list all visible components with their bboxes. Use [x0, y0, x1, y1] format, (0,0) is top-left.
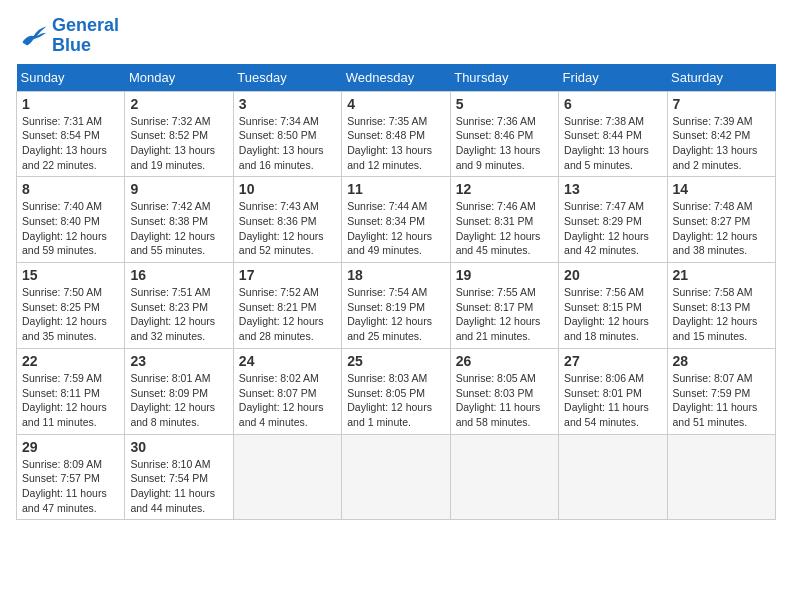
col-header-thursday: Thursday [450, 64, 558, 92]
logo-text: GeneralBlue [52, 16, 119, 56]
day-number: 12 [456, 181, 553, 197]
col-header-friday: Friday [559, 64, 667, 92]
cell-content: Sunrise: 7:52 AMSunset: 8:21 PMDaylight:… [239, 286, 324, 342]
cell-content: Sunrise: 7:54 AMSunset: 8:19 PMDaylight:… [347, 286, 432, 342]
calendar-week-row: 8Sunrise: 7:40 AMSunset: 8:40 PMDaylight… [17, 177, 776, 263]
cell-content: Sunrise: 7:36 AMSunset: 8:46 PMDaylight:… [456, 115, 541, 171]
calendar-cell: 18Sunrise: 7:54 AMSunset: 8:19 PMDayligh… [342, 263, 450, 349]
cell-content: Sunrise: 8:05 AMSunset: 8:03 PMDaylight:… [456, 372, 541, 428]
calendar-cell: 10Sunrise: 7:43 AMSunset: 8:36 PMDayligh… [233, 177, 341, 263]
day-number: 22 [22, 353, 119, 369]
cell-content: Sunrise: 7:50 AMSunset: 8:25 PMDaylight:… [22, 286, 107, 342]
col-header-sunday: Sunday [17, 64, 125, 92]
calendar-cell [450, 434, 558, 520]
calendar-cell: 4Sunrise: 7:35 AMSunset: 8:48 PMDaylight… [342, 91, 450, 177]
calendar-cell: 1Sunrise: 7:31 AMSunset: 8:54 PMDaylight… [17, 91, 125, 177]
cell-content: Sunrise: 7:43 AMSunset: 8:36 PMDaylight:… [239, 200, 324, 256]
day-number: 9 [130, 181, 227, 197]
calendar-cell: 21Sunrise: 7:58 AMSunset: 8:13 PMDayligh… [667, 263, 775, 349]
day-number: 11 [347, 181, 444, 197]
cell-content: Sunrise: 7:56 AMSunset: 8:15 PMDaylight:… [564, 286, 649, 342]
calendar-cell [233, 434, 341, 520]
col-header-monday: Monday [125, 64, 233, 92]
cell-content: Sunrise: 7:42 AMSunset: 8:38 PMDaylight:… [130, 200, 215, 256]
cell-content: Sunrise: 7:48 AMSunset: 8:27 PMDaylight:… [673, 200, 758, 256]
cell-content: Sunrise: 7:32 AMSunset: 8:52 PMDaylight:… [130, 115, 215, 171]
day-number: 1 [22, 96, 119, 112]
day-number: 8 [22, 181, 119, 197]
cell-content: Sunrise: 7:34 AMSunset: 8:50 PMDaylight:… [239, 115, 324, 171]
calendar-cell: 20Sunrise: 7:56 AMSunset: 8:15 PMDayligh… [559, 263, 667, 349]
calendar-cell: 14Sunrise: 7:48 AMSunset: 8:27 PMDayligh… [667, 177, 775, 263]
cell-content: Sunrise: 7:51 AMSunset: 8:23 PMDaylight:… [130, 286, 215, 342]
day-number: 21 [673, 267, 770, 283]
day-number: 10 [239, 181, 336, 197]
calendar-cell: 11Sunrise: 7:44 AMSunset: 8:34 PMDayligh… [342, 177, 450, 263]
calendar-cell: 27Sunrise: 8:06 AMSunset: 8:01 PMDayligh… [559, 348, 667, 434]
day-number: 7 [673, 96, 770, 112]
day-number: 25 [347, 353, 444, 369]
day-number: 29 [22, 439, 119, 455]
day-number: 4 [347, 96, 444, 112]
cell-content: Sunrise: 7:46 AMSunset: 8:31 PMDaylight:… [456, 200, 541, 256]
cell-content: Sunrise: 7:38 AMSunset: 8:44 PMDaylight:… [564, 115, 649, 171]
calendar-week-row: 15Sunrise: 7:50 AMSunset: 8:25 PMDayligh… [17, 263, 776, 349]
cell-content: Sunrise: 7:47 AMSunset: 8:29 PMDaylight:… [564, 200, 649, 256]
cell-content: Sunrise: 7:35 AMSunset: 8:48 PMDaylight:… [347, 115, 432, 171]
cell-content: Sunrise: 7:40 AMSunset: 8:40 PMDaylight:… [22, 200, 107, 256]
cell-content: Sunrise: 7:59 AMSunset: 8:11 PMDaylight:… [22, 372, 107, 428]
cell-content: Sunrise: 7:39 AMSunset: 8:42 PMDaylight:… [673, 115, 758, 171]
cell-content: Sunrise: 8:09 AMSunset: 7:57 PMDaylight:… [22, 458, 107, 514]
day-number: 23 [130, 353, 227, 369]
day-number: 18 [347, 267, 444, 283]
day-number: 24 [239, 353, 336, 369]
day-number: 27 [564, 353, 661, 369]
day-number: 5 [456, 96, 553, 112]
calendar-cell: 29Sunrise: 8:09 AMSunset: 7:57 PMDayligh… [17, 434, 125, 520]
calendar-cell: 6Sunrise: 7:38 AMSunset: 8:44 PMDaylight… [559, 91, 667, 177]
day-number: 3 [239, 96, 336, 112]
calendar-cell: 2Sunrise: 7:32 AMSunset: 8:52 PMDaylight… [125, 91, 233, 177]
calendar-cell: 15Sunrise: 7:50 AMSunset: 8:25 PMDayligh… [17, 263, 125, 349]
calendar-cell: 12Sunrise: 7:46 AMSunset: 8:31 PMDayligh… [450, 177, 558, 263]
calendar-table: SundayMondayTuesdayWednesdayThursdayFrid… [16, 64, 776, 521]
calendar-cell: 8Sunrise: 7:40 AMSunset: 8:40 PMDaylight… [17, 177, 125, 263]
cell-content: Sunrise: 8:03 AMSunset: 8:05 PMDaylight:… [347, 372, 432, 428]
day-number: 2 [130, 96, 227, 112]
calendar-cell: 24Sunrise: 8:02 AMSunset: 8:07 PMDayligh… [233, 348, 341, 434]
calendar-week-row: 29Sunrise: 8:09 AMSunset: 7:57 PMDayligh… [17, 434, 776, 520]
calendar-cell: 30Sunrise: 8:10 AMSunset: 7:54 PMDayligh… [125, 434, 233, 520]
calendar-cell: 26Sunrise: 8:05 AMSunset: 8:03 PMDayligh… [450, 348, 558, 434]
day-number: 30 [130, 439, 227, 455]
logo-bird-icon [16, 20, 48, 52]
calendar-cell: 23Sunrise: 8:01 AMSunset: 8:09 PMDayligh… [125, 348, 233, 434]
calendar-week-row: 22Sunrise: 7:59 AMSunset: 8:11 PMDayligh… [17, 348, 776, 434]
cell-content: Sunrise: 7:55 AMSunset: 8:17 PMDaylight:… [456, 286, 541, 342]
calendar-cell: 3Sunrise: 7:34 AMSunset: 8:50 PMDaylight… [233, 91, 341, 177]
cell-content: Sunrise: 7:58 AMSunset: 8:13 PMDaylight:… [673, 286, 758, 342]
day-number: 20 [564, 267, 661, 283]
col-header-tuesday: Tuesday [233, 64, 341, 92]
calendar-cell [667, 434, 775, 520]
day-number: 15 [22, 267, 119, 283]
calendar-cell: 25Sunrise: 8:03 AMSunset: 8:05 PMDayligh… [342, 348, 450, 434]
cell-content: Sunrise: 8:07 AMSunset: 7:59 PMDaylight:… [673, 372, 758, 428]
cell-content: Sunrise: 7:44 AMSunset: 8:34 PMDaylight:… [347, 200, 432, 256]
col-header-wednesday: Wednesday [342, 64, 450, 92]
day-number: 14 [673, 181, 770, 197]
day-number: 16 [130, 267, 227, 283]
col-header-saturday: Saturday [667, 64, 775, 92]
calendar-cell: 5Sunrise: 7:36 AMSunset: 8:46 PMDaylight… [450, 91, 558, 177]
calendar-cell: 19Sunrise: 7:55 AMSunset: 8:17 PMDayligh… [450, 263, 558, 349]
calendar-header-row: SundayMondayTuesdayWednesdayThursdayFrid… [17, 64, 776, 92]
calendar-cell: 16Sunrise: 7:51 AMSunset: 8:23 PMDayligh… [125, 263, 233, 349]
logo: GeneralBlue [16, 16, 119, 56]
calendar-cell: 22Sunrise: 7:59 AMSunset: 8:11 PMDayligh… [17, 348, 125, 434]
day-number: 19 [456, 267, 553, 283]
calendar-cell [342, 434, 450, 520]
day-number: 6 [564, 96, 661, 112]
calendar-cell: 13Sunrise: 7:47 AMSunset: 8:29 PMDayligh… [559, 177, 667, 263]
cell-content: Sunrise: 7:31 AMSunset: 8:54 PMDaylight:… [22, 115, 107, 171]
calendar-cell: 28Sunrise: 8:07 AMSunset: 7:59 PMDayligh… [667, 348, 775, 434]
calendar-cell: 7Sunrise: 7:39 AMSunset: 8:42 PMDaylight… [667, 91, 775, 177]
